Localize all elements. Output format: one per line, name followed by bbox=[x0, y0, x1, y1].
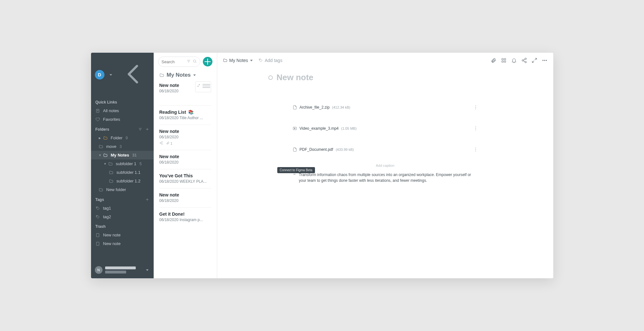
trash-item[interactable]: New note bbox=[91, 239, 154, 248]
file-menu-button[interactable]: ⋯ bbox=[473, 126, 478, 131]
svg-rect-29 bbox=[502, 61, 503, 63]
quick-links-header: Quick Links bbox=[91, 97, 154, 106]
trash-item[interactable]: New note bbox=[91, 231, 154, 239]
svg-line-25 bbox=[160, 143, 161, 144]
nav-all-notes[interactable]: All notes bbox=[91, 106, 154, 115]
list-item[interactable]: Get it Done! 06/18/2020 Instagram p... bbox=[159, 208, 211, 227]
file-menu-button[interactable]: ⋯ bbox=[473, 105, 478, 110]
trash-label: New note bbox=[103, 233, 121, 237]
share-icon bbox=[159, 141, 163, 145]
folder-icon bbox=[99, 188, 103, 192]
folder-item[interactable]: subfolder 1.1 bbox=[91, 168, 154, 177]
folder-count: 3 bbox=[119, 144, 122, 149]
list-item[interactable]: New note 06/18/2020 1 bbox=[159, 125, 211, 150]
list-item[interactable]: New note 06/18/2020 bbox=[159, 189, 211, 208]
svg-line-34 bbox=[523, 59, 525, 60]
folder-label: subfolder 1.2 bbox=[117, 179, 141, 183]
collapse-icon[interactable]: ▼ bbox=[99, 154, 101, 157]
svg-line-37 bbox=[532, 61, 534, 63]
sidebar: D Default wor... Quick Links All notes F… bbox=[91, 53, 154, 278]
tag-icon bbox=[96, 206, 100, 211]
folder-count: 31 bbox=[132, 153, 136, 158]
workspace-avatar: D bbox=[95, 70, 104, 80]
nav-label: Favorites bbox=[103, 117, 120, 122]
app-window: D Default wor... Quick Links All notes F… bbox=[91, 53, 553, 278]
share-button[interactable] bbox=[521, 58, 527, 63]
add-folder-button[interactable] bbox=[145, 127, 149, 132]
folder-item[interactable]: subfolder 1.2 bbox=[91, 177, 154, 185]
folder-item[interactable]: ▼ subfolder 1 5 bbox=[91, 159, 154, 168]
note-content: Archive_file_2.zip (412.34 kB) ⋯ Video_e… bbox=[293, 102, 478, 183]
tooltip: Connect to Figma Beta bbox=[277, 167, 315, 173]
user-footer[interactable]: N bbox=[91, 263, 154, 278]
tag-item[interactable]: tag2 bbox=[91, 212, 154, 221]
svg-point-40 bbox=[546, 60, 547, 61]
attachment-button[interactable] bbox=[491, 58, 496, 63]
svg-marker-42 bbox=[294, 128, 295, 129]
file-name: PDF_Document.pdf bbox=[300, 147, 333, 152]
folder-label: move bbox=[106, 144, 117, 149]
note-status-icon bbox=[268, 75, 273, 80]
svg-point-10 bbox=[96, 207, 97, 208]
chevron-down-icon bbox=[146, 269, 149, 271]
add-tags-button[interactable]: Add tags bbox=[258, 58, 282, 63]
list-item[interactable]: Reading List 📚 06/18/2020 Title Author .… bbox=[159, 106, 211, 125]
grid-button[interactable] bbox=[501, 58, 507, 63]
sort-icon[interactable] bbox=[138, 127, 142, 132]
editor-panel: My Notes Add tags New note bbox=[217, 53, 553, 278]
file-attachment[interactable]: PDF_Document.pdf (433.99 kB) ⋯ bbox=[293, 144, 478, 155]
note-icon bbox=[96, 242, 100, 246]
search-input[interactable] bbox=[162, 59, 185, 64]
nav-favorites[interactable]: Favorites bbox=[91, 115, 154, 124]
search-icon[interactable] bbox=[193, 59, 197, 65]
more-button[interactable] bbox=[542, 58, 548, 63]
notelist-title-text: My Notes bbox=[167, 72, 191, 78]
chevron-down-icon bbox=[110, 74, 112, 76]
folder-item[interactable]: ▶ Folder 9 bbox=[91, 134, 154, 142]
folder-item[interactable]: New folder bbox=[91, 185, 154, 194]
editor-body[interactable]: New note Archive_file_2.zip (412.34 kB) … bbox=[217, 68, 553, 278]
notelist-scroll[interactable]: New note 06/18/2020 Reading List 📚 06/18… bbox=[154, 81, 217, 272]
filter-icon[interactable] bbox=[187, 59, 191, 65]
file-attachment[interactable]: Video_example_3.mp4 (1.05 MB) ⋯ bbox=[293, 123, 478, 134]
file-menu-button[interactable]: ⋯ bbox=[473, 147, 478, 152]
nav-label: All notes bbox=[103, 108, 119, 113]
tag-item[interactable]: tag1 bbox=[91, 204, 154, 212]
folder-item[interactable]: move 3 bbox=[91, 142, 154, 151]
caption-placeholder[interactable]: Add caption bbox=[293, 164, 478, 167]
video-icon bbox=[293, 126, 297, 131]
trash-header: Trash bbox=[91, 221, 154, 231]
new-note-button[interactable] bbox=[203, 57, 212, 66]
breadcrumb[interactable]: My Notes bbox=[223, 58, 254, 63]
attachment-icon bbox=[166, 141, 170, 145]
list-item[interactable]: You've Got This 06/18/2020 WEEKLY PLA... bbox=[159, 169, 211, 189]
add-tag-button[interactable] bbox=[145, 197, 149, 202]
folder-label: My Notes bbox=[111, 153, 129, 158]
collapse-icon[interactable]: ▼ bbox=[104, 162, 106, 166]
bell-button[interactable] bbox=[511, 58, 517, 63]
collapse-sidebar-button[interactable] bbox=[116, 57, 150, 92]
notelist-title[interactable]: My Notes bbox=[154, 67, 217, 81]
folder-item-mynotes[interactable]: ▼ My Notes 31 bbox=[91, 151, 154, 159]
folder-label: subfolder 1 bbox=[116, 161, 136, 166]
file-icon bbox=[293, 105, 297, 110]
chevron-down-icon bbox=[250, 60, 253, 61]
file-icon bbox=[293, 147, 297, 152]
svg-rect-12 bbox=[96, 233, 99, 237]
workspace-switcher[interactable]: D Default wor... bbox=[91, 53, 154, 97]
note-title[interactable]: New note bbox=[277, 73, 314, 82]
file-attachment[interactable]: Archive_file_2.zip (412.34 kB) ⋯ bbox=[293, 102, 478, 113]
folder-count: 5 bbox=[140, 162, 142, 166]
breadcrumb-label: My Notes bbox=[229, 58, 248, 63]
chevron-down-icon bbox=[193, 74, 196, 76]
quote-block[interactable]: Transform information chaos from multipl… bbox=[293, 172, 478, 183]
search-input-wrap[interactable] bbox=[158, 57, 200, 67]
list-item[interactable]: New note 06/18/2020 bbox=[159, 81, 211, 106]
tag-icon bbox=[96, 215, 100, 219]
file-name: Video_example_3.mp4 bbox=[300, 126, 339, 131]
expand-icon[interactable]: ▶ bbox=[99, 136, 101, 140]
note-title-row[interactable]: New note bbox=[217, 73, 553, 82]
list-item[interactable]: New note 06/18/2020 bbox=[159, 150, 211, 169]
expand-button[interactable] bbox=[532, 58, 537, 63]
user-avatar: N bbox=[95, 266, 103, 274]
